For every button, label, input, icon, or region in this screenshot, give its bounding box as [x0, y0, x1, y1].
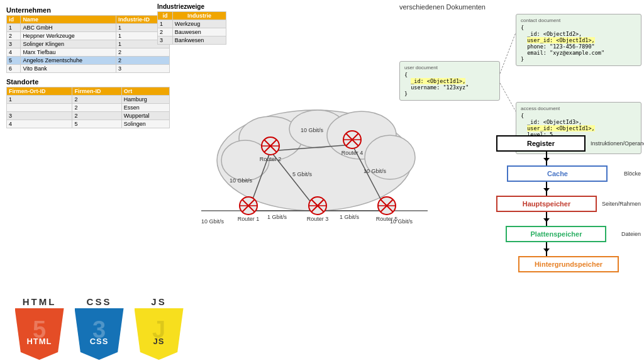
- table-row: 1ABC GmbH1: [7, 24, 170, 32]
- unternehmen-title: Unternehmen: [6, 6, 170, 14]
- standorte-table: Standorte Firmen-Ort-ID Firmen-ID Ort 12…: [6, 78, 170, 128]
- haupt-row: Hauptspeicher Seiten/Rahmen: [496, 196, 641, 212]
- svg-text:10 Gbit/s: 10 Gbit/s: [230, 177, 253, 184]
- tech-section: HTML 5 HTML CSS 3 CSS JS J JS: [13, 296, 186, 360]
- seiten-label: Seiten/Rahmen: [602, 201, 641, 207]
- col-firmen-ort-id: Firmen-Ort-ID: [7, 87, 72, 96]
- network-svg: 10 Gbit/s 10 Gbit/s 5 Gbit/s 10 Gbit/s 1…: [195, 101, 434, 245]
- js-logo: JS J JS: [132, 296, 186, 360]
- html-text: HTML: [26, 337, 52, 346]
- svg-line-47: [500, 83, 516, 111]
- css-logo: CSS 3 CSS: [72, 296, 126, 360]
- js-shield: J JS: [135, 308, 184, 360]
- col-industrie: Industrie: [172, 12, 226, 20]
- html-label: HTML: [23, 296, 57, 307]
- line-platten-hinter: [496, 242, 597, 256]
- router-3: Router 3: [307, 197, 329, 222]
- table-row: 3Solinger Klingen1: [7, 40, 170, 48]
- unternehmen-table: Unternehmen id Name Industrie-ID 1ABC Gm…: [6, 6, 170, 73]
- line-haupt-platten: [496, 212, 597, 226]
- svg-text:10 Gbit/s: 10 Gbit/s: [201, 218, 225, 225]
- col-ort: Ort: [121, 87, 169, 96]
- svg-text:Router 5: Router 5: [376, 216, 398, 222]
- table-row: 5Angelos Zementschuhe2: [7, 57, 170, 65]
- line-reg-cache: [496, 152, 597, 165]
- svg-text:Router 1: Router 1: [238, 216, 260, 222]
- html-shield: 5 HTML: [15, 308, 64, 360]
- contact-doc: contact document { _id: <ObjectId2>, use…: [516, 14, 641, 66]
- svg-text:5 Gbit/s: 5 Gbit/s: [292, 171, 313, 177]
- database-section: Unternehmen id Name Industrie-ID 1ABC Gm…: [6, 6, 170, 133]
- user-doc-label: user document: [404, 65, 495, 70]
- col-id: id: [158, 12, 173, 20]
- table-row: 12Hamburg: [7, 96, 170, 104]
- table-row: 2Heppner Werkzeuge1: [7, 32, 170, 40]
- industry-section: Industriezweige id Industrie 1Werkzeug 2…: [157, 3, 226, 45]
- line-cache-haupt: [496, 182, 597, 196]
- css-shield: 3 CSS: [75, 308, 124, 360]
- svg-text:Router 2: Router 2: [260, 156, 282, 162]
- platten-box: Plattenspeicher: [506, 226, 606, 242]
- hinter-row: Hintergrundspeicher: [496, 256, 641, 272]
- svg-line-46: [500, 33, 516, 74]
- html-logo: HTML 5 HTML: [13, 296, 66, 360]
- css-text: CSS: [90, 337, 109, 346]
- js-text: JS: [153, 337, 165, 346]
- standorte-title: Standorte: [6, 78, 170, 86]
- table-row: 1Werkzeug: [158, 20, 226, 28]
- memory-hierarchy: Register Instruktionen/Operanden Cache B…: [496, 135, 641, 272]
- svg-text:10 Gbit/s: 10 Gbit/s: [364, 168, 387, 174]
- industry-title: Industriezweige: [157, 3, 226, 10]
- platten-row: Plattenspeicher Dateien: [496, 226, 641, 242]
- svg-text:1 Gbit/s: 1 Gbit/s: [340, 214, 360, 220]
- col-firmen-id: Firmen-ID: [72, 87, 121, 96]
- svg-text:Router 3: Router 3: [307, 216, 329, 222]
- cache-row: Cache Blöcke: [496, 165, 641, 182]
- table-row: 6Vito Bank3: [7, 65, 170, 73]
- instruktionen-label: Instruktionen/Operanden: [591, 140, 641, 147]
- tech-logos: HTML 5 HTML CSS 3 CSS JS J JS: [13, 296, 186, 360]
- table-row: 32Wuppertal: [7, 112, 170, 120]
- network-diagram: 10 Gbit/s 10 Gbit/s 5 Gbit/s 10 Gbit/s 1…: [195, 101, 434, 245]
- access-doc-label: access document: [521, 106, 636, 111]
- css-label: CSS: [87, 296, 112, 307]
- router-2: Router 2: [260, 137, 282, 162]
- register-box: Register: [496, 135, 586, 152]
- dateien-label: Dateien: [621, 231, 641, 237]
- table-row: 45Solingen: [7, 120, 170, 128]
- col-name: Name: [21, 16, 116, 24]
- contact-doc-label: contact document: [521, 18, 636, 23]
- router-1: Router 1: [238, 197, 260, 222]
- svg-text:1 Gbit/s: 1 Gbit/s: [267, 214, 287, 220]
- col-id: id: [7, 16, 21, 24]
- router-4: Router 4: [341, 131, 364, 156]
- table-row: 2Essen: [7, 104, 170, 112]
- cache-box: Cache: [507, 165, 608, 182]
- hinter-box: Hintergrundspeicher: [518, 256, 619, 272]
- register-row: Register Instruktionen/Operanden: [496, 135, 641, 152]
- table-row: 2Bauwesen: [158, 28, 226, 36]
- js-label: JS: [151, 296, 166, 307]
- bloecke-label: Blöcke: [624, 170, 641, 177]
- table-row: 4Marx Tiefbau2: [7, 48, 170, 57]
- router-5: Router 5: [376, 197, 398, 222]
- user-doc: user document { _id: <ObjectId1>, userna…: [399, 61, 500, 101]
- table-row: 3Bankwesen: [158, 36, 226, 45]
- doc-section-title: verschiedenen Dokumenten: [399, 3, 641, 11]
- svg-text:10 Gbit/s: 10 Gbit/s: [301, 127, 324, 133]
- haupt-box: Hauptspeicher: [496, 196, 597, 212]
- svg-text:Router 4: Router 4: [341, 150, 364, 156]
